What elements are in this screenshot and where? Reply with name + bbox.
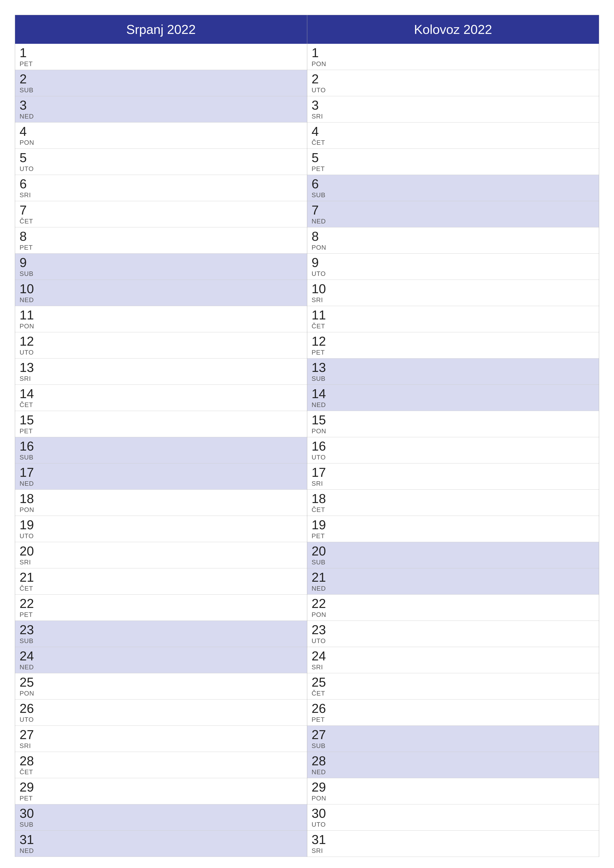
calendar-body: 1PET2SUB3NED4PON5UTO6SRI7ČET8PET9SUB10NE… <box>15 44 599 857</box>
day-info: 29PET <box>20 781 39 802</box>
day-number: 28 <box>20 755 39 767</box>
day-row: 14NED <box>307 385 599 411</box>
day-row: 2UTO <box>307 70 599 96</box>
day-row: 24SRI <box>307 647 599 673</box>
day-row: 7NED <box>307 201 599 227</box>
day-row: 9UTO <box>307 254 599 280</box>
day-name: SUB <box>20 270 39 277</box>
day-number: 24 <box>312 649 331 662</box>
day-row: 26UTO <box>15 699 307 726</box>
day-name: SUB <box>20 821 39 828</box>
day-name: PET <box>20 244 39 251</box>
day-number: 14 <box>20 387 39 400</box>
day-info: 30UTO <box>312 807 331 828</box>
day-info: 30SUB <box>20 807 39 828</box>
day-info: 20SUB <box>312 545 331 566</box>
day-info: 17SRI <box>312 466 331 487</box>
day-name: ČET <box>312 506 331 514</box>
day-info: 24SRI <box>312 649 331 671</box>
day-name: SRI <box>312 113 331 120</box>
day-info: 14NED <box>312 387 331 409</box>
day-info: 28ČET <box>20 755 39 776</box>
day-number: 19 <box>312 518 331 531</box>
day-row: 10NED <box>15 280 307 306</box>
day-row: 17NED <box>15 463 307 490</box>
day-number: 29 <box>312 781 331 794</box>
day-number: 9 <box>312 256 331 269</box>
day-name: NED <box>20 113 39 120</box>
day-row: 13SRI <box>15 358 307 385</box>
day-number: 5 <box>312 151 331 164</box>
day-number: 18 <box>312 492 331 505</box>
day-row: 15PET <box>15 411 307 437</box>
day-row: 19PET <box>307 516 599 542</box>
day-number: 25 <box>312 676 331 688</box>
day-info: 5UTO <box>20 151 39 173</box>
day-info: 17NED <box>20 466 39 487</box>
day-row: 13SUB <box>307 358 599 385</box>
day-info: 4ČET <box>312 125 331 146</box>
day-name: PON <box>312 60 331 68</box>
day-name: PON <box>312 427 331 435</box>
day-row: 26PET <box>307 699 599 726</box>
day-row: 10SRI <box>307 280 599 306</box>
day-number: 22 <box>20 597 39 610</box>
day-name: UTO <box>20 349 39 356</box>
day-number: 2 <box>312 73 331 85</box>
day-number: 17 <box>20 466 39 479</box>
day-row: 23UTO <box>307 621 599 647</box>
day-info: 2UTO <box>312 73 331 94</box>
day-number: 20 <box>20 545 39 558</box>
day-name: NED <box>312 585 331 592</box>
day-number: 27 <box>312 728 331 741</box>
day-row: 25ČET <box>307 673 599 699</box>
day-row: 16UTO <box>307 437 599 463</box>
day-number: 27 <box>20 728 39 741</box>
month-col-july: 1PET2SUB3NED4PON5UTO6SRI7ČET8PET9SUB10NE… <box>15 44 307 857</box>
day-number: 9 <box>20 256 39 269</box>
day-row: 16SUB <box>15 437 307 463</box>
day-info: 16SUB <box>20 440 39 461</box>
day-info: 12UTO <box>20 335 39 356</box>
day-info: 18PON <box>20 492 39 514</box>
day-name: PET <box>312 716 331 724</box>
day-name: SRI <box>20 558 39 566</box>
day-info: 6SUB <box>312 177 331 199</box>
day-name: UTO <box>20 165 39 173</box>
day-row: 8PON <box>307 227 599 254</box>
day-name: SUB <box>312 375 331 383</box>
day-info: 15PON <box>312 414 331 435</box>
day-row: 11PON <box>15 306 307 332</box>
day-row: 21NED <box>307 568 599 595</box>
day-info: 9UTO <box>312 256 331 277</box>
day-number: 8 <box>20 230 39 243</box>
day-row: 29PON <box>307 778 599 804</box>
day-info: 25PON <box>20 676 39 697</box>
day-info: 7NED <box>312 204 331 225</box>
day-number: 1 <box>312 46 331 59</box>
day-info: 13SUB <box>312 361 331 383</box>
day-name: PON <box>20 506 39 514</box>
day-number: 26 <box>20 702 39 715</box>
day-row: 30UTO <box>307 804 599 831</box>
day-name: UTO <box>20 532 39 540</box>
day-info: 18ČET <box>312 492 331 514</box>
day-row: 2SUB <box>15 70 307 96</box>
day-info: 21NED <box>312 571 331 592</box>
day-name: PON <box>312 244 331 251</box>
day-row: 7ČET <box>15 201 307 227</box>
day-row: 4ČET <box>307 122 599 149</box>
day-info: 23SUB <box>20 623 39 645</box>
day-name: SUB <box>20 86 39 94</box>
day-number: 22 <box>312 597 331 610</box>
day-number: 1 <box>20 46 39 59</box>
day-row: 28ČET <box>15 752 307 778</box>
calendar-container: Srpanj 2022 Kolovoz 2022 1PET2SUB3NED4PO… <box>15 15 599 857</box>
day-name: PET <box>312 532 331 540</box>
day-name: SRI <box>312 847 331 855</box>
day-number: 14 <box>312 387 331 400</box>
day-row: 5PET <box>307 149 599 175</box>
day-row: 5UTO <box>15 149 307 175</box>
day-info: 31SRI <box>312 833 331 855</box>
day-number: 12 <box>20 335 39 348</box>
